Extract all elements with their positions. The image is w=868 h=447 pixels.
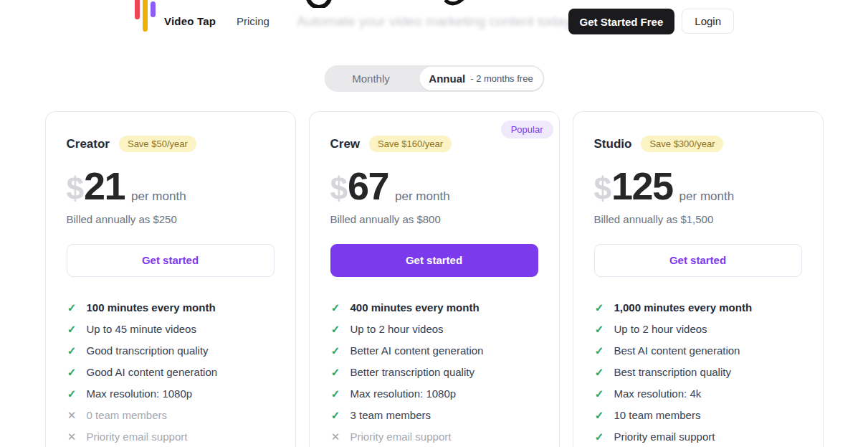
plan-name: Studio bbox=[594, 137, 632, 151]
feature-text: Up to 2 hour videos bbox=[350, 323, 444, 335]
feature-text: Better AI content generation bbox=[350, 344, 484, 357]
top-nav: Video Tap Pricing Automate your video ma… bbox=[0, 0, 868, 43]
feature-item: ✓10 team members bbox=[594, 405, 802, 426]
feature-text: Max resolution: 1080p bbox=[350, 387, 457, 400]
price-amount: 67 bbox=[348, 169, 388, 204]
cutoff-heading-descender-icon bbox=[305, 0, 334, 8]
toggle-annual-label: Annual bbox=[429, 72, 465, 85]
logo-bar-red-icon bbox=[135, 0, 140, 19]
feature-item: ✓Best AI content generation bbox=[594, 340, 802, 362]
feature-item: ✓Max resolution: 4k bbox=[594, 383, 802, 405]
price-period: per month bbox=[679, 189, 735, 204]
price-period: per month bbox=[395, 189, 450, 204]
feature-text: 1,000 minutes every month bbox=[614, 301, 753, 314]
plan-header: Creator Save $50/year bbox=[67, 136, 275, 152]
feature-text: Priority email support bbox=[87, 430, 188, 443]
billed-annually-note: Billed annually as $250 bbox=[67, 213, 275, 225]
check-icon: ✓ bbox=[594, 409, 605, 422]
feature-list: ✓1,000 minutes every month✓Up to 2 hour … bbox=[594, 297, 802, 447]
feature-item: ✓400 minutes every month bbox=[330, 297, 538, 319]
check-icon: ✓ bbox=[330, 387, 341, 400]
feature-text: Priority email support bbox=[614, 430, 715, 443]
feature-text: Better transcription quality bbox=[350, 366, 474, 378]
feature-item: ✕0 team members bbox=[67, 405, 275, 426]
plan-name: Creator bbox=[67, 137, 110, 151]
feature-item: ✓Priority email support bbox=[594, 426, 802, 447]
feature-item: ✓Best transcription quality bbox=[594, 362, 802, 383]
nav-cta-group: Get Started Free Login bbox=[568, 9, 734, 34]
toggle-monthly-option[interactable]: Monthly bbox=[324, 72, 418, 85]
get-started-button[interactable]: Get started bbox=[330, 244, 538, 277]
price-row: $ 21 per month bbox=[67, 169, 275, 204]
get-started-free-button[interactable]: Get Started Free bbox=[568, 9, 675, 34]
nav-link-pricing[interactable]: Pricing bbox=[237, 15, 270, 27]
check-icon: ✓ bbox=[67, 323, 77, 336]
check-icon: ✓ bbox=[594, 323, 605, 336]
feature-text: 100 minutes every month bbox=[87, 301, 216, 314]
feature-item: ✓Better transcription quality bbox=[330, 362, 538, 383]
billing-toggle: Monthly Annual - 2 months free bbox=[324, 65, 544, 92]
login-button[interactable]: Login bbox=[682, 9, 734, 34]
feature-text: 10 team members bbox=[614, 409, 701, 421]
price-amount: 21 bbox=[84, 169, 125, 204]
feature-text: 3 team members bbox=[350, 409, 431, 421]
feature-text: 400 minutes every month bbox=[350, 301, 480, 314]
price-amount: 125 bbox=[611, 169, 673, 204]
check-icon: ✓ bbox=[330, 409, 341, 422]
check-icon: ✓ bbox=[594, 430, 605, 443]
check-icon: ✓ bbox=[67, 301, 77, 314]
billed-annually-note: Billed annually as $1,500 bbox=[594, 213, 802, 225]
feature-text: Good transcription quality bbox=[87, 344, 209, 357]
save-badge: Save $50/year bbox=[119, 136, 196, 152]
save-badge: Save $300/year bbox=[641, 136, 723, 152]
pricing-card: Popular Studio Save $300/year $ 125 per … bbox=[573, 111, 824, 447]
check-icon: ✓ bbox=[594, 366, 605, 379]
cutoff-heading-descender-icon bbox=[444, 0, 467, 6]
feature-item: ✕Priority email support bbox=[330, 426, 538, 447]
feature-text: Max resolution: 1080p bbox=[87, 387, 193, 400]
check-icon: ✓ bbox=[330, 323, 341, 336]
check-icon: ✓ bbox=[594, 301, 605, 314]
get-started-button[interactable]: Get started bbox=[67, 244, 275, 277]
price-row: $ 67 per month bbox=[330, 169, 538, 204]
x-icon: ✕ bbox=[67, 430, 77, 443]
billed-annually-note: Billed annually as $800 bbox=[330, 213, 538, 225]
feature-text: 0 team members bbox=[87, 409, 168, 421]
feature-item: ✓100 minutes every month bbox=[67, 297, 275, 319]
get-started-button[interactable]: Get started bbox=[594, 244, 802, 277]
price-period: per month bbox=[131, 189, 186, 204]
logo-bar-purple-icon bbox=[151, 1, 156, 17]
toggle-annual-option[interactable]: Annual - 2 months free bbox=[419, 67, 543, 90]
check-icon: ✓ bbox=[330, 301, 341, 314]
feature-text: Good AI content generation bbox=[87, 366, 218, 378]
feature-item: ✓3 team members bbox=[330, 405, 538, 426]
feature-item: ✓1,000 minutes every month bbox=[594, 297, 802, 319]
popular-badge: Popular bbox=[501, 121, 553, 138]
logo-bar-yellow-icon bbox=[143, 0, 148, 32]
check-icon: ✓ bbox=[67, 344, 77, 357]
price-currency: $ bbox=[594, 174, 611, 204]
save-badge: Save $160/year bbox=[369, 136, 452, 152]
price-row: $ 125 per month bbox=[594, 169, 802, 204]
check-icon: ✓ bbox=[67, 366, 77, 379]
feature-text: Up to 2 hour videos bbox=[614, 323, 707, 335]
brand-name[interactable]: Video Tap bbox=[164, 15, 216, 27]
feature-list: ✓100 minutes every month✓Up to 45 minute… bbox=[67, 297, 275, 447]
x-icon: ✕ bbox=[67, 409, 77, 422]
feature-text: Best transcription quality bbox=[614, 366, 731, 378]
feature-item: ✓Max resolution: 1080p bbox=[67, 383, 275, 405]
feature-text: Up to 45 minute videos bbox=[87, 323, 196, 335]
check-icon: ✓ bbox=[594, 344, 605, 357]
check-icon: ✓ bbox=[330, 366, 341, 379]
price-currency: $ bbox=[67, 174, 84, 204]
video-tap-logo[interactable] bbox=[135, 0, 156, 32]
check-icon: ✓ bbox=[330, 344, 341, 357]
feature-list: ✓400 minutes every month✓Up to 2 hour vi… bbox=[330, 297, 538, 447]
feature-item: ✓Max resolution: 1080p bbox=[330, 383, 538, 405]
feature-item: ✓Good AI content generation bbox=[67, 362, 275, 383]
x-icon: ✕ bbox=[330, 430, 341, 443]
feature-text: Max resolution: 4k bbox=[614, 387, 702, 400]
price-currency: $ bbox=[330, 174, 348, 204]
feature-text: Best AI content generation bbox=[614, 344, 740, 357]
plan-name: Crew bbox=[330, 137, 361, 151]
